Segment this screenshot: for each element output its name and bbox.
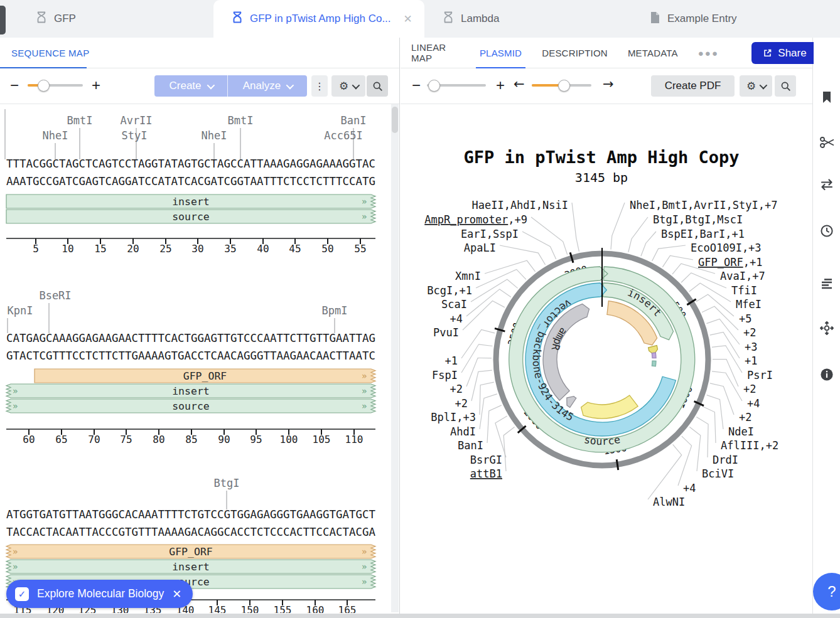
create-button[interactable]: Create [154,75,227,97]
restriction-site-label[interactable]: BspEI,BarI,+1 [661,228,745,240]
more-options-button[interactable]: ⋮ [311,75,328,97]
enzyme-site-label[interactable]: Acc65I [324,129,362,142]
restriction-site-label[interactable]: FspI [432,369,458,381]
rotation-slider[interactable] [532,84,591,87]
tab-description[interactable]: DESCRIPTION [542,48,608,58]
enzyme-site-label[interactable]: BtgI [214,477,240,489]
zoom-in-button[interactable]: + [496,77,505,93]
tab-example-entry[interactable]: Example Entry [632,0,737,38]
explore-molecular-biology-banner[interactable]: ✓ Explore Molecular Biology ✕ [6,580,193,608]
zoom-out-button[interactable]: − [10,77,19,93]
tab-plasmid[interactable]: PLASMID [480,48,522,58]
enzyme-site-label[interactable]: NheI [202,129,227,142]
restriction-site-label[interactable]: BanI [458,439,483,452]
scissors-icon[interactable] [819,135,834,150]
enzyme-site-label[interactable]: BpmI [322,304,348,317]
plasmid-feature-feature-teal[interactable] [652,361,656,366]
restriction-site-label[interactable]: +2 [739,411,751,424]
restriction-site-label[interactable]: AmpR_promoter,+9 [424,213,527,226]
restriction-site-label[interactable]: AlwNI [653,496,685,508]
tab-metadata[interactable]: METADATA [628,48,678,58]
sequence-reverse-strand[interactable]: TACCACTACAATTACCCGTGTTTAAAAGACAGGCACCTCT… [6,526,376,538]
slider-thumb[interactable] [428,80,440,92]
enzyme-site-label[interactable]: BseRI [39,289,71,302]
plasmid-feature-feature-yellow[interactable] [581,395,638,418]
sequence-forward-strand[interactable]: ATGGTGATGTTAATGGGCACAAATTTTCTGTCCGTGGAGA… [6,508,375,521]
restriction-site-label[interactable]: +1 [745,354,757,367]
restriction-site-label[interactable]: +1 [445,354,458,367]
restriction-site-label[interactable]: HaeII,AhdI,NsiI [471,199,568,211]
checkbox-icon[interactable]: ✓ [15,587,29,601]
restriction-site-label[interactable]: BciVI [702,467,734,480]
bookmark-icon[interactable] [819,90,834,105]
enzyme-site-label[interactable]: KpnI [8,304,33,317]
restriction-site-label[interactable]: DrdI [713,454,738,466]
zoom-slider[interactable] [427,84,486,87]
horizontal-scrollbar[interactable] [0,614,840,618]
settings-button[interactable]: ⚙ [331,75,365,97]
restriction-site-label[interactable]: AhdI [450,425,476,438]
restriction-site-label[interactable]: MfeI [736,298,762,311]
restriction-site-label[interactable]: BplI,+3 [431,411,476,424]
restriction-site-label[interactable]: +2 [450,383,463,395]
plasmid-feature-ampR-fragment[interactable] [567,397,576,408]
enzyme-site-label[interactable]: AvrII [120,114,152,127]
enzyme-site-label[interactable]: BanI [341,114,367,127]
restriction-site-label[interactable]: NheI,BmtI,AvrII,StyI,+7 [630,199,777,211]
tab-gfp-in-ptwist-active[interactable]: GFP in pTwist Amp High Co... ✕ [213,0,424,38]
restriction-site-label[interactable]: +2 [455,397,468,410]
sequence-reverse-strand[interactable]: GTACTCGTTTCCTCTTCTTGAAAAGTGACCTCAACAGGGT… [6,349,375,362]
restriction-site-label[interactable]: PsrI [747,369,773,381]
restriction-site-label[interactable]: EcoO109I,+3 [691,242,762,254]
enzyme-site-label[interactable]: NheI [43,129,68,142]
rotate-right-icon[interactable]: → [603,77,614,92]
restriction-site-label[interactable]: GFP_ORF,+1 [698,256,762,269]
restriction-site-label[interactable]: ScaI [441,298,467,311]
restriction-site-label[interactable]: BsrGI [470,454,502,466]
sequence-forward-strand[interactable]: CATGAGCAAAGGAGAAGAACTTTTCACTGGAGTTGTCCCA… [6,332,375,344]
restriction-site-label[interactable]: attB1 [470,467,502,480]
rotate-left-icon[interactable]: ← [514,77,525,92]
enzyme-site-label[interactable]: StyI [122,129,148,142]
swap-arrows-icon[interactable] [819,177,834,192]
sequence-reverse-strand[interactable]: AAATGCCGATCGAGTCAGGATCCATATCACGATCGGTAAT… [6,175,375,188]
tab-sequence-map[interactable]: SEQUENCE MAP [11,48,89,58]
restriction-site-label[interactable]: +4 [683,482,696,494]
restriction-site-label[interactable]: PvuI [433,326,459,339]
scrollbar-thumb[interactable] [392,107,398,133]
restriction-site-label[interactable]: +2 [743,383,756,395]
restriction-site-label[interactable]: NdeI [728,425,754,438]
zoom-out-button[interactable]: − [412,77,421,93]
create-pdf-button[interactable]: Create PDF [651,75,735,97]
restriction-site-label[interactable]: ApaLI [464,242,496,254]
slider-thumb[interactable] [38,80,50,92]
slider-thumb[interactable] [558,80,570,92]
sequence-forward-strand[interactable]: TTTACGGCTAGCTCAGTCCTAGGTATAGTGCTAGCCATTA… [6,157,375,170]
enzyme-site-label[interactable]: BmtI [228,114,254,127]
restriction-site-label[interactable]: AvaI,+7 [720,270,765,282]
restriction-site-label[interactable]: +4 [450,312,463,325]
close-icon[interactable]: ✕ [404,13,412,26]
align-annotations-icon[interactable] [819,276,834,291]
close-icon[interactable]: ✕ [172,587,181,600]
analyze-button[interactable]: Analyze [227,75,307,97]
restriction-site-label[interactable]: +2 [743,326,756,339]
restriction-site-label[interactable]: XmnI [455,270,481,282]
tab-lambda[interactable]: Lambda [424,0,632,38]
restriction-site-label[interactable]: +3 [745,341,757,353]
zoom-slider[interactable] [28,84,83,87]
tab-linear-map[interactable]: LINEAR MAP [411,42,460,63]
vertical-scrollbar[interactable] [391,104,399,612]
search-button[interactable] [367,75,388,97]
search-button[interactable] [775,75,796,97]
restriction-site-label[interactable]: BcgI,+1 [427,284,472,297]
more-tabs-icon[interactable]: ●●● [698,48,719,58]
restriction-site-label[interactable]: AflIII,+2 [721,439,778,452]
zoom-in-button[interactable]: + [92,77,100,93]
restriction-site-label[interactable]: +5 [739,312,751,325]
settings-button[interactable]: ⚙ [740,75,772,97]
restriction-site-label[interactable]: +4 [747,397,760,410]
restriction-site-label[interactable]: TfiI [731,284,757,297]
enzyme-site-label[interactable]: BmtI [67,114,93,127]
tab-gfp[interactable]: GFP [0,0,213,38]
